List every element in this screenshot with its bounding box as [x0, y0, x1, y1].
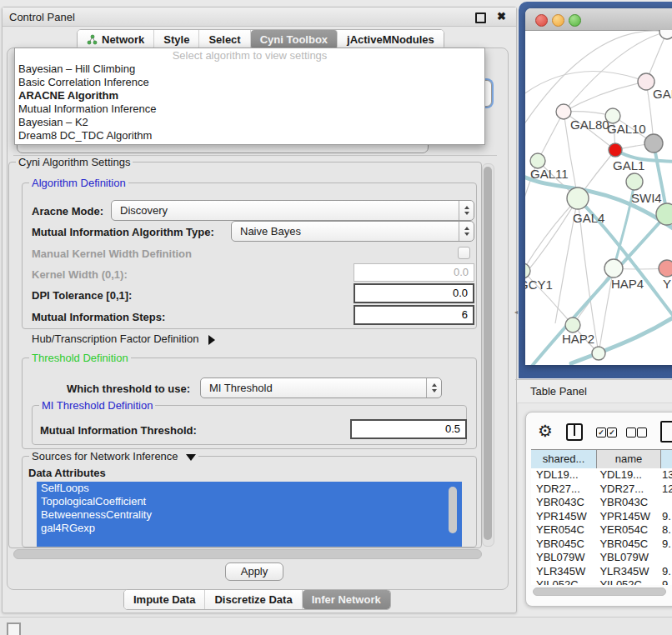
network-node[interactable]	[525, 263, 530, 278]
network-node[interactable]	[609, 143, 622, 157]
tab-network[interactable]: Network	[78, 30, 154, 49]
hub-definition-toggle[interactable]: Hub/Transcription Factor Definition	[32, 332, 215, 345]
tab-select[interactable]: Select	[199, 30, 250, 49]
table-cell: 9	[657, 578, 672, 585]
algorithm-dropdown-placeholder: Select algorithm to view settings	[15, 48, 484, 62]
manual-kernel-width-checkbox[interactable]	[458, 247, 470, 259]
table-row[interactable]: YPR145WYPR145W9.	[531, 510, 672, 524]
select-all-checkbox-icon[interactable]: ✓	[607, 428, 617, 438]
column-header-name[interactable]: name	[597, 450, 661, 468]
table-row[interactable]: YDL19...YDL19...13	[531, 468, 672, 482]
table-row[interactable]: YBR043CYBR043C	[531, 496, 672, 510]
attribute-list-item[interactable]: SelfLoops	[37, 482, 462, 495]
network-node-label: HAP2	[562, 332, 594, 346]
restore-panel-icon[interactable]	[7, 622, 21, 635]
deselect-all-checkbox-icon[interactable]	[626, 428, 636, 438]
mi-steps-label: Mutual Information Steps:	[32, 311, 165, 323]
select-all-checkbox-icon[interactable]: ✓	[596, 428, 606, 438]
float-window-icon[interactable]	[475, 12, 486, 23]
network-node[interactable]	[565, 318, 580, 332]
network-node[interactable]	[656, 203, 672, 225]
network-node[interactable]	[556, 104, 571, 119]
table-row[interactable]: YBL079WYBL079W	[531, 551, 672, 565]
network-canvas[interactable]: GALGAL80GAL10GAL1GAL11SWI4GAL4GCY1HAP4YH…	[525, 30, 672, 365]
settings-gear-icon[interactable]: ⚙	[538, 422, 553, 439]
network-window-titlebar[interactable]	[525, 8, 672, 31]
mi-steps-field[interactable]: 6	[354, 305, 474, 325]
network-node[interactable]	[659, 260, 672, 277]
attributes-list-scrollbar[interactable]	[449, 487, 457, 533]
algorithm-option[interactable]: Dream8 DC_TDC Algorithm	[15, 129, 484, 142]
sources-title[interactable]: Sources for Network Inference	[29, 450, 198, 462]
column-layout-icon[interactable]	[566, 423, 583, 441]
network-node[interactable]	[567, 188, 589, 209]
tab-jactivemnodules[interactable]: jActiveMNodules	[338, 30, 444, 49]
mi-threshold-field[interactable]: 0.5	[350, 419, 467, 439]
algorithm-option[interactable]: Bayesian – Hill Climbing	[15, 62, 484, 76]
network-view-window[interactable]: GALGAL80GAL10GAL1GAL11SWI4GAL4GCY1HAP4YH…	[525, 8, 672, 365]
close-traffic-light-icon[interactable]	[535, 14, 548, 27]
table-row[interactable]: YDR27...YDR27...12	[531, 482, 672, 497]
tab-infer-network[interactable]: Infer Network	[303, 590, 390, 609]
tab-impute-data[interactable]: Impute Data	[124, 590, 205, 609]
dpi-tolerance-label: DPI Tolerance [0,1]:	[32, 289, 132, 302]
table-cell: 8.	[657, 523, 672, 538]
network-node[interactable]	[659, 30, 672, 39]
attribute-list-item[interactable]: TopologicalCoefficient	[37, 495, 462, 508]
algorithm-option[interactable]: Basic Correlation Inference	[15, 76, 484, 89]
table-body[interactable]: YDL19...YDL19...13YDR27...YDR27...12YBR0…	[531, 468, 672, 585]
network-node[interactable]	[638, 73, 654, 90]
zoom-traffic-light-icon[interactable]	[569, 14, 581, 27]
algorithm-dropdown-list: Bayesian – Hill ClimbingBasic Correlatio…	[15, 62, 484, 142]
tab-style[interactable]: Style	[154, 30, 199, 49]
algorithm-option[interactable]: Bayesian – K2	[15, 116, 484, 129]
table-hscrollbar-thumb[interactable]	[533, 588, 666, 596]
table-row[interactable]: YIL052CYIL052C9	[531, 578, 672, 585]
tab-cyni-toolbox-label: Cyni Toolbox	[260, 33, 328, 46]
table-cell: YIL052C	[531, 578, 594, 585]
control-panel-titlebar[interactable]: Control Panel ✖	[3, 8, 516, 27]
control-panel-title: Control Panel	[9, 11, 75, 23]
table-panel-titlebar[interactable]: Table Panel	[517, 380, 672, 403]
attribute-list-item[interactable]: gal4RGexp	[37, 522, 462, 535]
mi-algorithm-type-combo[interactable]: Naive Bayes	[231, 221, 474, 242]
settings-vscrollbar-thumb[interactable]	[484, 167, 492, 540]
column-header-partial[interactable]	[661, 450, 672, 468]
kernel-width-field: 0.0	[354, 263, 474, 282]
close-icon[interactable]: ✖	[497, 10, 506, 22]
threshold-definition-title: Threshold Definition	[29, 352, 131, 364]
data-attributes-list[interactable]: SelfLoopsTopologicalCoefficientBetweenne…	[37, 482, 462, 547]
table-cell: YDR27...	[531, 482, 594, 497]
network-node[interactable]	[626, 173, 643, 190]
which-threshold-combo[interactable]: MI Threshold	[200, 378, 442, 398]
attribute-list-item[interactable]: BetweennessCentrality	[37, 508, 462, 522]
tab-cyni-toolbox[interactable]: Cyni Toolbox	[251, 30, 338, 49]
table-cell: YBR043C	[531, 496, 594, 510]
table-panel-window: ⚙ ✓ ✓ shared... name YDL19...YDL19...13Y…	[525, 412, 672, 607]
aracne-mode-combo[interactable]: Discovery	[111, 200, 474, 221]
mi-algorithm-type-value: Naive Bayes	[232, 225, 459, 238]
table-cell: YLR345W	[594, 565, 657, 579]
column-header-shared[interactable]: shared...	[531, 450, 597, 468]
manual-kernel-width-label: Manual Kernel Width Definition	[32, 248, 192, 260]
document-icon[interactable]	[660, 421, 672, 442]
network-node[interactable]	[644, 134, 663, 152]
mi-threshold-definition-title: MI Threshold Definition	[39, 399, 155, 412]
table-cell: YDL19...	[594, 468, 657, 482]
minimize-traffic-light-icon[interactable]	[552, 14, 564, 27]
algorithm-option[interactable]: ARACNE Algorithm	[15, 89, 484, 102]
table-cell: YER054C	[531, 523, 594, 538]
table-row[interactable]: YBR045CYBR045C9.	[531, 538, 672, 552]
settings-hscrollbar-thumb[interactable]	[13, 549, 482, 559]
panel-splitter-handle[interactable]: ◂	[514, 308, 518, 316]
table-row[interactable]: YER054CYER054C8.	[531, 523, 672, 538]
tab-discretize-data[interactable]: Discretize Data	[205, 590, 302, 609]
settings-vscrollbar-track[interactable]	[482, 163, 494, 547]
deselect-all-checkbox-icon[interactable]	[637, 428, 647, 438]
table-row[interactable]: YLR345WYLR345W9.	[531, 565, 672, 579]
network-node[interactable]	[592, 347, 605, 360]
apply-button[interactable]: Apply	[225, 562, 283, 581]
network-node[interactable]	[604, 259, 623, 278]
dpi-tolerance-field[interactable]: 0.0	[354, 283, 474, 303]
algorithm-option[interactable]: Mutual Information Inference	[15, 102, 484, 116]
